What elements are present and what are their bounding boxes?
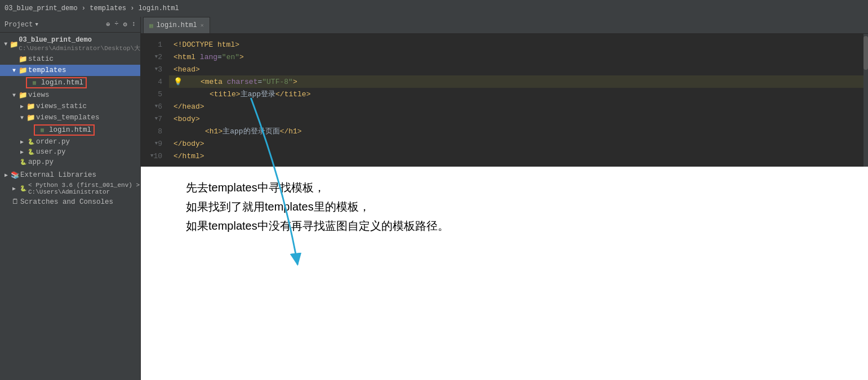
doctype-tag: <!DOCTYPE (173, 41, 217, 49)
tree-label: 03_blue_print_demo C:\Users\Administrato… (19, 36, 140, 52)
tab-close-button[interactable]: ✕ (201, 22, 204, 29)
libs-icon: 📚 (10, 171, 20, 180)
split-icon[interactable]: ÷ (114, 20, 118, 29)
line-num-8: 8 (141, 125, 169, 137)
tree-label: views (28, 91, 140, 99)
breadcrumb: 03_blue_print_demo › templates › login.h… (5, 5, 179, 12)
folder-icon: 📁 (26, 113, 36, 122)
arrow-icon: ▶ (18, 103, 26, 110)
line-num-2: ▼2 (141, 51, 169, 63)
code-editor[interactable]: 1 ▼2 ▼3 4 5 ▼6 ▼7 8 ▼9 ▼10 <!DOCTYPE htm… (141, 34, 868, 167)
folder-icon: 📁 (18, 66, 28, 75)
arrow-icon: ▶ (18, 138, 26, 145)
tree-item-user-py[interactable]: ▶ 🐍 user.py (0, 147, 140, 157)
add-icon[interactable]: ⊕ (106, 20, 110, 29)
tree-label: user.py (36, 148, 140, 156)
html-file-icon: ▦ (29, 79, 39, 86)
tree-label: views_templates (36, 114, 140, 122)
tree-item-root[interactable]: ▼ 📁 03_blue_print_demo C:\Users\Administ… (0, 35, 140, 53)
tree-item-scratches[interactable]: 🗒 Scratches and Consoles (0, 196, 140, 207)
tree-label: External Libraries (20, 171, 140, 179)
code-line-3: <head> (169, 63, 863, 75)
scroll-icon[interactable]: ↕ (132, 20, 136, 29)
tree-label: static (28, 55, 140, 63)
tree-item-templates-login[interactable]: ▦ login.html (0, 76, 140, 90)
arrow-icon: ▶ (10, 185, 18, 192)
tree-label: login.html (49, 126, 91, 134)
tree-label: app.py (28, 158, 140, 166)
annotation-area: 先去templates中寻找模板， 如果找到了就用templates里的模板， … (141, 167, 868, 247)
sidebar-toolbar: ⊕ ÷ ⚙ ↕ (106, 20, 136, 29)
line-num-3: ▼3 (141, 63, 169, 75)
py-file-icon: 🐍 (18, 159, 28, 166)
tree-label: order.py (36, 138, 140, 146)
gear-icon[interactable]: ⚙ (123, 20, 127, 29)
line-num-10: ▼10 (141, 150, 169, 162)
arrow-icon: ▼ (2, 41, 10, 47)
annotation-line-3: 如果templates中没有再寻找蓝图自定义的模板路径。 (186, 216, 851, 235)
main-layout: Project ▼ ⊕ ÷ ⚙ ↕ ▼ 📁 03_blue_print_demo… (0, 17, 868, 380)
tree-item-templates[interactable]: ▼ 📁 templates (0, 65, 140, 76)
tab-label: login.html (157, 21, 197, 29)
annotation-line-2: 如果找到了就用templates里的模板， (186, 197, 851, 216)
annotation-line-1: 先去templates中寻找模板， (186, 178, 851, 197)
sidebar-header-left: Project ▼ (5, 21, 38, 29)
sidebar: Project ▼ ⊕ ÷ ⚙ ↕ ▼ 📁 03_blue_print_demo… (0, 17, 141, 380)
line-num-1: 1 (141, 38, 169, 51)
folder-icon: 📁 (18, 91, 28, 100)
py-icon: 🐍 (18, 185, 28, 192)
tree-label: Scratches and Consoles (20, 198, 140, 206)
code-line-10: </html> (169, 150, 863, 162)
line-numbers: 1 ▼2 ▼3 4 5 ▼6 ▼7 8 ▼9 ▼10 (141, 34, 169, 167)
scratch-icon: 🗒 (10, 198, 20, 206)
code-line-4: 💡 <meta charset="UTF-8"> (169, 75, 863, 88)
folder-icon: 📁 (10, 40, 19, 49)
tab-file-icon: ▦ (149, 22, 153, 29)
code-line-6: </head> (169, 100, 863, 113)
code-line-9: </body> (169, 137, 863, 150)
line-num-5: 5 (141, 88, 169, 100)
code-line-2: <html lang="en"> (169, 51, 863, 63)
scrollbar-thumb[interactable] (863, 36, 868, 70)
tree-item-static[interactable]: 📁 static (0, 53, 140, 65)
tree-item-python[interactable]: ▶ 🐍 < Python 3.6 (first_001_env) > C:\Us… (0, 181, 140, 196)
tree-item-views-templates-login[interactable]: ▦ login.html (0, 123, 140, 137)
sidebar-header: Project ▼ ⊕ ÷ ⚙ ↕ (0, 17, 140, 33)
arrow-icon: ▶ (18, 149, 26, 155)
code-line-5: <title>主app登录</title> (169, 88, 863, 100)
code-line-7: <body> (169, 113, 863, 125)
code-line-1: <!DOCTYPE html> (169, 38, 863, 51)
tree-label: views_static (36, 102, 140, 110)
tree-item-order-py[interactable]: ▶ 🐍 order.py (0, 137, 140, 147)
editor-panel: ▦ login.html ✕ 1 ▼2 ▼3 4 5 ▼6 ▼7 8 ▼9 (141, 17, 868, 380)
top-bar: 03_blue_print_demo › templates › login.h… (0, 0, 868, 17)
line-num-9: ▼9 (141, 137, 169, 150)
folder-icon: 📁 (26, 102, 36, 111)
arrow-icon: ▼ (10, 68, 18, 74)
chevron-down-icon: ▼ (35, 22, 38, 28)
tree-label: login.html (41, 79, 83, 87)
arrow-icon: ▼ (18, 115, 26, 121)
line-num-4: 4 (141, 75, 169, 88)
file-tree: ▼ 📁 03_blue_print_demo C:\Users\Administ… (0, 33, 140, 207)
tree-label: templates (28, 66, 140, 74)
vertical-scrollbar[interactable] (863, 34, 868, 167)
html-file-icon: ▦ (37, 127, 47, 133)
lightbulb-icon: 💡 (173, 77, 182, 86)
py-file-icon: 🐍 (26, 138, 36, 145)
tree-item-views-templates[interactable]: ▼ 📁 views_templates (0, 112, 140, 123)
tree-item-views[interactable]: ▼ 📁 views (0, 90, 140, 101)
code-content: <!DOCTYPE html> <html lang="en"> <head> … (169, 34, 863, 167)
line-num-6: ▼6 (141, 100, 169, 113)
py-file-icon: 🐍 (26, 149, 36, 155)
arrow-icon: ▼ (10, 92, 18, 99)
tree-item-ext-libs[interactable]: ▶ 📚 External Libraries (0, 169, 140, 181)
arrow-icon: ▶ (2, 172, 10, 178)
folder-icon: 📁 (18, 55, 28, 64)
tree-item-views-static[interactable]: ▶ 📁 views_static (0, 101, 140, 112)
project-label: Project (5, 21, 33, 29)
line-num-7: ▼7 (141, 113, 169, 125)
tree-label: < Python 3.6 (first_001_env) > C:\Users\… (28, 182, 140, 195)
tab-login-html[interactable]: ▦ login.html ✕ (143, 17, 210, 33)
tree-item-app-py[interactable]: 🐍 app.py (0, 157, 140, 167)
